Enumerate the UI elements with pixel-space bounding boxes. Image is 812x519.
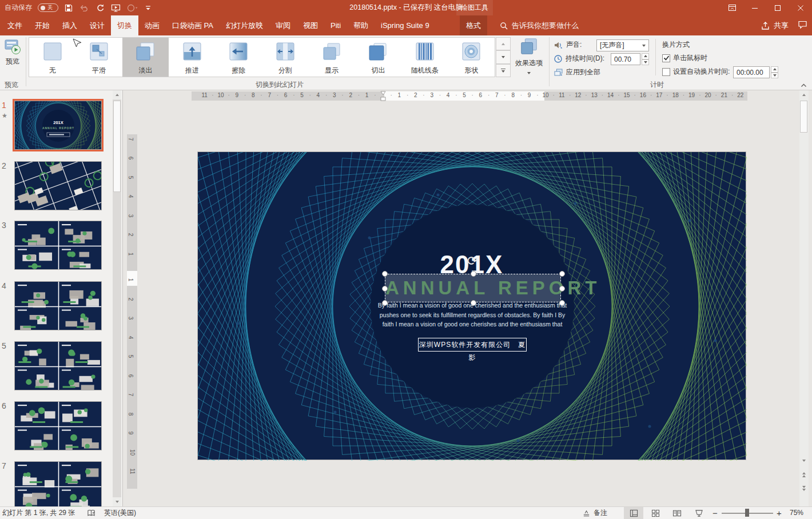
tab-row-right: 共享 <box>761 15 807 35</box>
preview-button[interactable]: 预览 <box>1 38 24 75</box>
slide-thumbnail-2[interactable] <box>14 161 102 210</box>
maximize-icon[interactable] <box>766 0 789 15</box>
ribbon-display-options-icon[interactable] <box>721 0 743 15</box>
selected-text-box[interactable]: ANNUAL REPORT <box>385 274 561 302</box>
redo-icon[interactable] <box>96 3 105 13</box>
language-indicator[interactable]: 英语(美国) <box>104 507 136 519</box>
transition-star-icon: ★ <box>2 112 7 119</box>
tab-切换[interactable]: 切换 <box>111 15 138 35</box>
slide-thumbnail-6[interactable] <box>14 401 102 450</box>
gallery-more-button[interactable] <box>496 64 511 77</box>
transition-smooth[interactable]: 平滑 <box>75 38 122 77</box>
autosave-toggle[interactable]: 关 <box>38 3 58 12</box>
tab-帮助[interactable]: 帮助 <box>347 15 375 35</box>
transition-fade[interactable]: 淡出 <box>122 38 169 77</box>
selection-handle[interactable] <box>382 271 388 277</box>
spellcheck-icon[interactable] <box>87 509 95 519</box>
on-click-checkbox[interactable] <box>662 54 670 62</box>
normal-view-button[interactable] <box>624 507 643 519</box>
slide-body-text[interactable]: By faith I mean a vision of good one che… <box>375 301 570 329</box>
touch-mode-icon[interactable] <box>126 3 139 13</box>
slide-thumbnail-5[interactable] <box>14 341 102 390</box>
panel-scroll-down[interactable] <box>113 497 121 506</box>
tab-插入[interactable]: 插入 <box>56 15 83 35</box>
panel-scrollbar-thumb[interactable] <box>113 101 121 192</box>
slide-company-box[interactable]: 深圳WPS软件开发有限公司 夏影 <box>418 338 527 352</box>
notes-button[interactable]: 备注 <box>594 507 607 519</box>
tab-动画[interactable]: 动画 <box>138 15 166 35</box>
tab-设计[interactable]: 设计 <box>83 15 111 35</box>
gallery-scroll-down[interactable] <box>496 50 511 63</box>
transition-push[interactable]: 推进 <box>169 38 215 77</box>
zoom-in-button[interactable]: + <box>777 507 782 519</box>
comments-icon[interactable] <box>798 20 807 31</box>
tab-审阅[interactable]: 审阅 <box>269 15 297 35</box>
slide-title-text[interactable]: ANNUAL REPORT <box>385 274 560 302</box>
auto-advance-time-input[interactable]: 00:00.00 <box>733 66 770 78</box>
slide-thumbnail-3[interactable] <box>14 221 102 270</box>
slide-thumbnail-1[interactable]: 201XANNUAL REPORT <box>14 101 102 150</box>
tab-口袋动画-PA[interactable]: 口袋动画 PA <box>166 15 220 35</box>
effect-options-button[interactable]: 效果选项 <box>512 37 546 78</box>
selection-handle[interactable] <box>559 286 565 292</box>
transition-none[interactable]: 无 <box>29 38 75 77</box>
duration-input[interactable]: 00.70 <box>611 53 640 65</box>
apply-to-all-button[interactable]: 应用到全部 <box>554 67 600 77</box>
tab-Piti[interactable]: Piti <box>324 15 347 35</box>
clock-icon <box>554 54 563 63</box>
panel-scroll-up[interactable] <box>113 90 121 99</box>
customize-qat-icon[interactable] <box>145 4 152 12</box>
transition-cut[interactable]: 切出 <box>355 38 401 77</box>
transition-shape[interactable]: 形状 <box>448 38 495 77</box>
tab-文件[interactable]: 文件 <box>1 15 29 35</box>
advance-auto[interactable]: 设置自动换片时间: <box>662 67 730 77</box>
transition-split[interactable]: 分割 <box>262 38 308 77</box>
selection-handle[interactable] <box>559 271 565 277</box>
tab-视图[interactable]: 视图 <box>297 15 324 35</box>
zoom-out-button[interactable]: − <box>713 507 718 519</box>
reading-view-button[interactable] <box>667 507 687 519</box>
tab-幻灯片放映[interactable]: 幻灯片放映 <box>220 15 269 35</box>
rotation-handle[interactable]: ⟳ <box>465 254 480 269</box>
tab-iSpring-Suite-9[interactable]: iSpring Suite 9 <box>375 15 436 35</box>
auto-advance-checkbox[interactable] <box>662 68 670 76</box>
transition-wipe[interactable]: 擦除 <box>216 38 262 77</box>
apply-all-icon <box>554 68 563 77</box>
start-slideshow-icon[interactable] <box>111 3 121 13</box>
zoom-slider-thumb[interactable] <box>745 509 749 517</box>
gallery-scrollbar <box>496 37 511 77</box>
zoom-level[interactable]: 75% <box>790 507 803 519</box>
auto-advance-spinner[interactable] <box>771 66 778 78</box>
gallery-scroll-up[interactable] <box>496 37 511 50</box>
slideshow-view-button[interactable] <box>689 507 708 519</box>
undo-icon[interactable] <box>79 3 90 13</box>
transition-bars[interactable]: 随机线条 <box>401 38 448 77</box>
duration-row: 持续时间(D): <box>554 54 604 63</box>
previous-slide-button[interactable] <box>799 470 808 479</box>
scroll-up-button[interactable] <box>799 90 808 99</box>
slide-thumbnail-4[interactable] <box>14 281 102 330</box>
selection-handle[interactable] <box>382 286 388 292</box>
slide-canvas[interactable]: 201X ⟳ ANNUAL REPORT By faith I mean a v… <box>197 151 746 460</box>
collapse-ribbon-button[interactable] <box>800 81 807 91</box>
tab-format[interactable]: 格式 <box>460 15 487 35</box>
share-button[interactable]: 共享 <box>761 21 789 31</box>
transition-reveal[interactable]: 显示 <box>308 38 355 77</box>
sound-dropdown[interactable]: [无声音] <box>596 39 649 51</box>
scroll-down-button[interactable] <box>799 456 808 465</box>
slide-sorter-view-button[interactable] <box>646 507 665 519</box>
indent-marker[interactable] <box>380 91 386 101</box>
tell-me-search[interactable]: 告诉我你想要做什么 <box>500 15 579 35</box>
close-icon[interactable] <box>789 0 812 15</box>
minimize-icon[interactable] <box>743 0 766 15</box>
slide-counter[interactable]: 幻灯片 第 1 张, 共 29 张 <box>2 507 75 519</box>
duration-spinner[interactable] <box>642 53 649 65</box>
save-icon[interactable] <box>64 3 73 13</box>
next-slide-button[interactable] <box>799 484 808 493</box>
selection-handle[interactable] <box>471 271 476 277</box>
tab-开始[interactable]: 开始 <box>29 15 56 35</box>
scrollbar-thumb[interactable] <box>800 101 807 133</box>
transition-icon-none <box>42 41 63 62</box>
slide-thumbnail-7[interactable] <box>14 461 102 506</box>
advance-on-click[interactable]: 单击鼠标时 <box>662 53 707 63</box>
